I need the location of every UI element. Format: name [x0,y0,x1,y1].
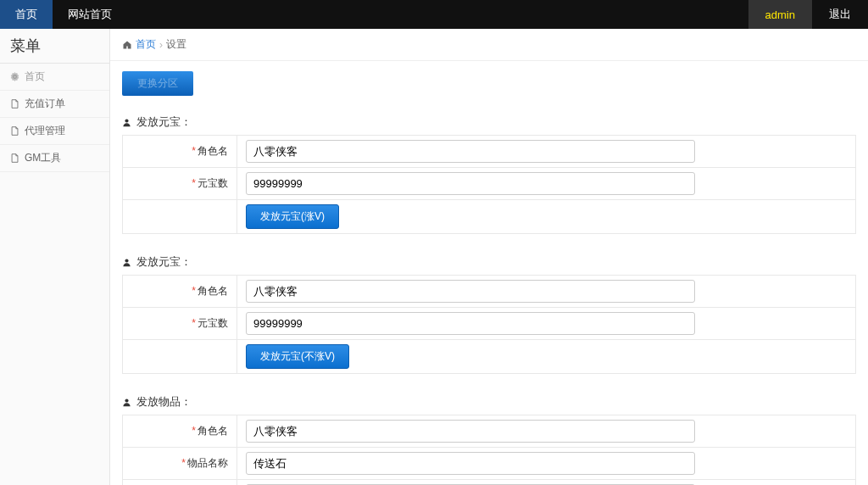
breadcrumb-separator: › [159,39,163,51]
panel-items: 发放物品： *角色名 *物品名称 *物品数量 [122,389,856,485]
panel-header: 发放元宝： [122,109,856,135]
file-icon [10,153,19,163]
sidebar-item-label: GM工具 [25,151,61,165]
topbar-user[interactable]: admin [748,0,812,29]
form-table: *角色名 *元宝数 发放元宝(涨V) [122,135,856,234]
sidebar-item-agent[interactable]: 代理管理 [0,118,109,145]
item-name-input[interactable] [246,452,695,475]
svg-point-2 [125,399,128,402]
yuanbao-count-input[interactable] [246,312,695,335]
svg-point-0 [125,119,128,122]
topbar-logout[interactable]: 退出 [812,0,868,29]
panel-header: 发放物品： [122,389,856,415]
sidebar-home-label: 首页 [25,70,45,84]
topbar-site-home[interactable]: 网站首页 [53,0,127,29]
send-yuanbao-v-button[interactable]: 发放元宝(涨V) [246,204,339,229]
form-label: *物品名称 [123,448,237,480]
form-label: *角色名 [123,136,237,168]
file-icon [10,99,19,109]
form-label: *角色名 [123,415,237,448]
breadcrumb: 首页 › 设置 [110,29,868,61]
home-icon [122,40,132,50]
sidebar-title: 菜单 [0,29,109,64]
topbar-home-tab[interactable]: 首页 [0,0,53,29]
user-icon [122,258,131,267]
breadcrumb-home-link[interactable]: 首页 [136,37,156,52]
panel-title: 发放物品： [136,394,192,410]
panel-title: 发放元宝： [136,254,192,270]
form-label: *物品数量 [123,480,237,486]
panel-header: 发放元宝： [122,249,856,275]
sidebar-item-label: 代理管理 [25,124,65,138]
panel-yuanbao-1: 发放元宝： *角色名 *元宝数 发放元宝(涨V) [122,109,856,234]
svg-point-1 [125,259,128,262]
panel-title: 发放元宝： [136,114,192,130]
topbar-spacer [127,0,748,29]
form-table: *角色名 *物品名称 *物品数量 发放物品 [122,415,856,485]
change-zone-button[interactable]: 更换分区 [122,71,193,96]
role-name-input[interactable] [246,420,695,443]
panel-yuanbao-2: 发放元宝： *角色名 *元宝数 发放元宝(不涨V) [122,249,856,374]
form-label-empty [123,200,237,234]
form-label-empty [123,340,237,374]
form-table: *角色名 *元宝数 发放元宝(不涨V) [122,275,856,374]
role-name-input[interactable] [246,140,695,163]
sidebar-item-label: 充值订单 [25,97,65,111]
gear-icon [10,72,19,81]
user-icon [122,118,131,127]
role-name-input[interactable] [246,280,695,303]
sidebar: 菜单 首页 充值订单 代理管理 GM工具 [0,29,110,485]
user-icon [122,398,131,407]
form-label: *角色名 [123,276,237,308]
sidebar-home[interactable]: 首页 [0,64,109,91]
yuanbao-count-input[interactable] [246,172,695,195]
sidebar-item-recharge[interactable]: 充值订单 [0,91,109,118]
topbar: 首页 网站首页 admin 退出 [0,0,868,29]
sidebar-item-gm[interactable]: GM工具 [0,145,109,172]
content: 更换分区 发放元宝： *角色名 *元宝数 [110,61,868,485]
form-label: *元宝数 [123,308,237,340]
breadcrumb-current: 设置 [166,37,186,52]
send-yuanbao-nov-button[interactable]: 发放元宝(不涨V) [246,344,349,369]
main: 首页 › 设置 更换分区 发放元宝： *角色名 *元宝数 [110,29,868,485]
file-icon [10,126,19,136]
form-label: *元宝数 [123,168,237,200]
